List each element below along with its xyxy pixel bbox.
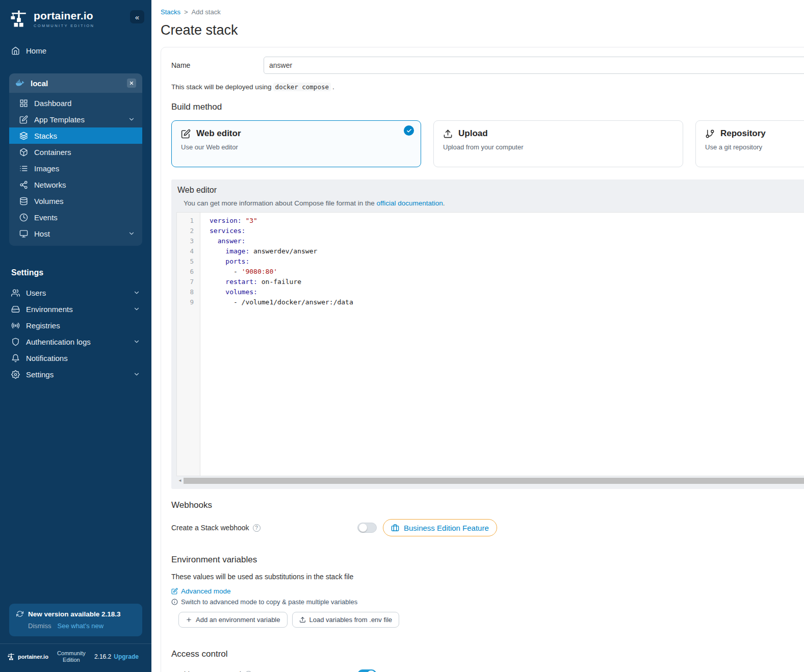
code-line[interactable]: - /volume1/docker/answer:/data [210,297,804,307]
sidebar-item-label: Host [34,229,50,238]
update-banner-title: New version available 2.18.3 [28,610,121,618]
hard-drive-icon [11,305,20,314]
scrollbar-track[interactable] [184,478,804,484]
sidebar-logo-row: portainer.io COMMUNITY EDITION « [0,0,151,34]
selected-check-icon [404,125,414,136]
stack-name-input[interactable] [264,57,804,74]
stack-webhook-toggle[interactable] [357,523,377,533]
option-title: Web editor [196,128,241,139]
home-icon [11,46,20,55]
sidebar-collapse-button[interactable]: « [130,10,144,23]
sidebar-item-label: Settings [26,370,54,379]
business-edition-label: Business Edition Feature [404,524,489,532]
code-line[interactable]: image: answerdev/answer [210,246,804,256]
brand-subtitle: COMMUNITY EDITION [34,23,94,28]
web-editor-heading: Web editor [176,186,804,195]
sidebar-item-networks[interactable]: Networks [9,176,142,193]
footer-version: 2.16.2 Upgrade [94,653,139,660]
chevron-down-icon [133,289,140,296]
brand-title: portainer.io [34,10,94,22]
sidebar-item-app-templates[interactable]: App Templates [9,111,142,127]
info-icon [171,599,178,605]
business-edition-badge[interactable]: Business Edition Feature [383,519,497,536]
line-number: 1 [177,216,194,226]
sidebar-item-environments[interactable]: Environments [0,301,151,317]
sidebar: portainer.io COMMUNITY EDITION « Home lo… [0,0,151,672]
code-line[interactable]: volumes: [210,287,804,297]
sidebar-item-label: Registries [26,321,60,330]
webhook-row: Create a Stack webhook ? Business Editio… [171,519,804,536]
sidebar-item-events[interactable]: Events [9,209,142,225]
sidebar-item-host[interactable]: Host [9,225,142,242]
monitor-icon [19,229,28,238]
help-icon[interactable]: ? [253,524,261,532]
scroll-left-arrow-icon[interactable]: ◄ [176,477,184,484]
code-line[interactable]: ports: [210,256,804,267]
code-line[interactable]: version: "3" [210,216,804,226]
code-line[interactable]: services: [210,226,804,236]
line-number: 9 [177,297,194,307]
breadcrumb: Stacks > Add stack [151,0,804,16]
breadcrumb-stacks-link[interactable]: Stacks [161,8,180,16]
sidebar-item-label: Dashboard [34,99,71,108]
build-option-repository[interactable]: Repository Use a git repository [695,120,804,167]
sidebar-item-authentication-logs[interactable]: Authentication logs [0,333,151,350]
users-icon [11,289,20,297]
chevron-down-icon [128,116,135,123]
sidebar-item-registries[interactable]: Registries [0,317,151,333]
sidebar-item-dashboard[interactable]: Dashboard [9,95,142,111]
sidebar-item-settings[interactable]: Settings [0,366,151,382]
upload-icon [299,616,306,623]
scrollbar-thumb[interactable] [184,478,804,484]
shield-icon [11,338,20,346]
advanced-mode-link[interactable]: Advanced mode [171,587,804,595]
code-editor[interactable]: 123456789 version: "3"services: answer: … [176,212,804,476]
enable-access-control-toggle[interactable] [357,669,377,672]
sidebar-item-label: Home [26,46,46,55]
load-env-file-button[interactable]: Load variables from .env file [292,612,400,628]
see-whats-new-link[interactable]: See what's new [58,622,104,630]
sidebar-item-volumes[interactable]: Volumes [9,193,142,209]
sidebar-item-containers[interactable]: Containers [9,144,142,160]
footer-edition-label: Community Edition [54,650,89,664]
code-gutter: 123456789 [177,213,200,476]
sidebar-item-notifications[interactable]: Notifications [0,350,151,366]
sidebar-item-label: Networks [34,180,66,189]
environment-header[interactable]: local [9,73,142,93]
build-option-web-editor[interactable]: Web editor Use our Web editor [171,120,421,167]
sidebar-item-stacks[interactable]: Stacks [9,127,142,144]
dismiss-link[interactable]: Dismiss [28,622,51,630]
chevron-down-icon [133,338,140,345]
environment-close-button[interactable] [127,79,136,88]
webhook-toggle-label: Create a Stack webhook [171,524,249,532]
horizontal-scrollbar[interactable]: ◄ [176,477,804,484]
deploy-note: This stack will be deployed usingdocker … [171,83,804,91]
env-var-buttons: Add an environment variable Load variabl… [178,612,804,628]
main-content: Stacks > Add stack Create stack Name Thi… [151,0,804,672]
add-env-var-button[interactable]: Add an environment variable [178,612,288,628]
code-line[interactable]: restart: on-failure [210,277,804,287]
list-icon [19,164,28,173]
line-number: 6 [177,267,194,277]
upgrade-link[interactable]: Upgrade [114,653,139,660]
code-line[interactable]: answer: [210,236,804,246]
build-option-upload[interactable]: Upload Upload from your computer [433,120,683,167]
code-line[interactable]: - '9080:80' [210,267,804,277]
sidebar-item-home[interactable]: Home [0,41,151,60]
sidebar-footer: portainer.io Community Edition 2.16.2 Up… [0,643,151,672]
clock-icon [19,213,28,222]
dashboard-icon [19,99,28,108]
deploy-method-code: docker compose [273,83,331,91]
sidebar-item-label: App Templates [34,115,85,124]
webhooks-heading: Webhooks [171,500,804,510]
sidebar-item-users[interactable]: Users [0,285,151,301]
docker-icon [15,78,25,88]
option-title: Upload [458,128,488,139]
environment-variables-description: These values will be used as substitutio… [171,573,804,581]
option-description: Use a git repository [705,143,804,151]
code-lines[interactable]: version: "3"services: answer: image: ans… [200,213,804,476]
sidebar-item-images[interactable]: Images [9,160,142,176]
official-documentation-link[interactable]: official documentation [376,199,443,207]
sidebar-item-label: Notifications [26,354,68,363]
line-number: 3 [177,236,194,246]
